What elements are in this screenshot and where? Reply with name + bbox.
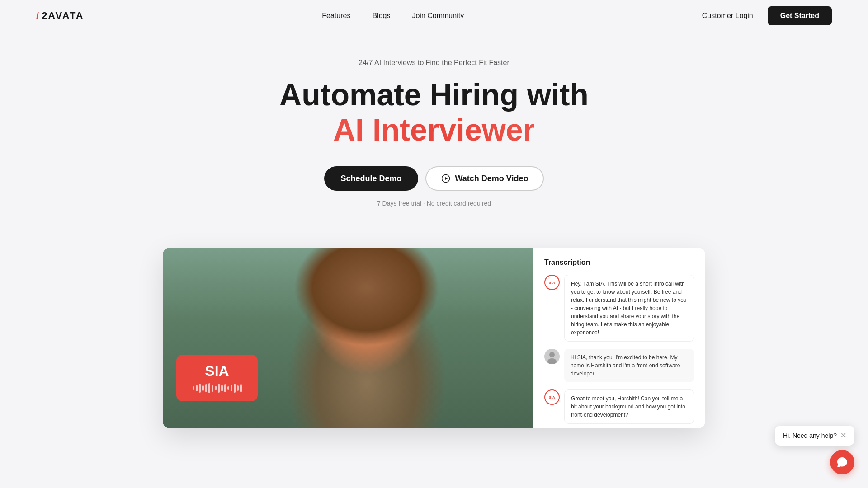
sia-badge: SIA [176, 355, 258, 401]
chat-messages: SIAHey, I am SIA. This will be a short i… [544, 275, 694, 428]
chat-message-1: Hi SIA, thank you. I'm excited to be her… [544, 349, 694, 382]
sia-waveform [189, 383, 245, 393]
nav-right: Customer Login Get Started [702, 6, 832, 25]
chat-avatar-2: SIA [544, 389, 560, 405]
nav-blogs[interactable]: Blogs [372, 12, 390, 20]
logo[interactable]: / 2AVATA [36, 10, 84, 22]
logo-slash: / [36, 10, 39, 22]
demo-container: SIA [163, 248, 705, 428]
hair-overlay [163, 248, 533, 428]
chat-message-0: SIAHey, I am SIA. This will be a short i… [544, 275, 694, 342]
chat-icon [836, 456, 848, 468]
chat-open-button[interactable] [830, 450, 854, 474]
svg-point-3 [547, 358, 557, 364]
navbar: / 2AVATA Features Blogs Join Community C… [0, 0, 868, 32]
hero-title-line2: AI Interviewer [9, 112, 859, 149]
chat-close-button[interactable]: ✕ [840, 432, 846, 439]
chat-popup-message: Hi. Need any help? [783, 432, 837, 439]
chat-bubble-text-0: Hey, I am SIA. This will be a short intr… [564, 275, 694, 342]
hero-section: 24/7 AI Interviews to Find the Perfect F… [0, 32, 868, 248]
chat-bubble-text-1: Hi SIA, thank you. I'm excited to be her… [564, 349, 694, 382]
customer-login-link[interactable]: Customer Login [702, 12, 753, 20]
svg-point-2 [549, 352, 555, 357]
nav-join-community[interactable]: Join Community [412, 12, 464, 20]
chat-message-2: SIAGreat to meet you, Harshith! Can you … [544, 389, 694, 424]
nav-features[interactable]: Features [322, 12, 350, 20]
demo-video-panel: SIA [163, 248, 533, 428]
demo-section: SIA [0, 248, 868, 428]
watch-demo-button[interactable]: Watch Demo Video [425, 166, 544, 191]
chat-avatar-0: SIA [544, 275, 560, 290]
chat-bubble-text-2: Great to meet you, Harshith! Can you tel… [564, 389, 694, 424]
hero-subtitle: 24/7 AI Interviews to Find the Perfect F… [9, 59, 859, 67]
nav-links: Features Blogs Join Community [322, 12, 464, 20]
transcription-title: Transcription [544, 258, 694, 267]
play-icon [441, 174, 451, 183]
chat-widget: Hi. Need any help? ✕ [775, 426, 854, 474]
hero-title-line1: Automate Hiring with [9, 78, 859, 112]
watch-demo-label: Watch Demo Video [455, 174, 528, 183]
schedule-demo-button[interactable]: Schedule Demo [324, 166, 418, 191]
svg-marker-1 [445, 177, 448, 180]
chat-avatar-1 [544, 349, 560, 364]
chat-popup: Hi. Need any help? ✕ [775, 426, 854, 446]
sia-badge-label: SIA [189, 363, 245, 380]
transcription-panel: Transcription SIAHey, I am SIA. This wil… [533, 248, 705, 428]
user-avatar-icon [544, 349, 560, 364]
logo-text: 2AVATA [42, 10, 84, 22]
hero-buttons: Schedule Demo Watch Demo Video [9, 166, 859, 191]
hero-trial-note: 7 Days free trial · No credit card requi… [9, 200, 859, 207]
get-started-button[interactable]: Get Started [768, 6, 832, 25]
